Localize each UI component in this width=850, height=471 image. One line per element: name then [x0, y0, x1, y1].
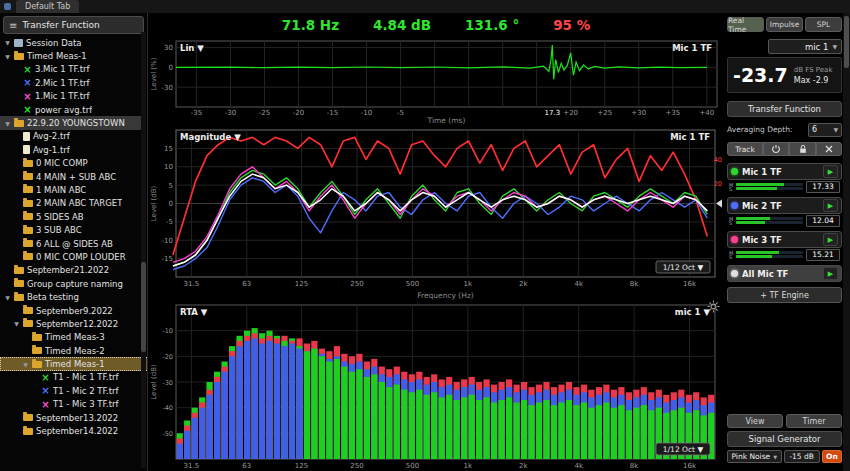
chevron-down-icon: ▼: [833, 126, 838, 133]
tree-item[interactable]: ▼ Beta testing: [0, 290, 143, 303]
averaging-depth-select[interactable]: 6 ▼: [808, 123, 842, 137]
expand-arrow-icon[interactable]: ▼: [4, 39, 11, 46]
sidebar-scroll-thumb[interactable]: [141, 262, 146, 352]
tf-engine-row[interactable]: Mic 2 TF ▶: [727, 197, 842, 214]
item-icon: [23, 227, 33, 234]
readout-phase: 131.6 °: [465, 17, 519, 33]
tree-item[interactable]: Timed Meas-2: [0, 344, 147, 357]
tree-item[interactable]: 3 SUB ABC: [0, 223, 147, 236]
tree-item[interactable]: Avg-1.trf: [0, 143, 147, 156]
item-label: power avg.trf: [35, 105, 92, 115]
tf-engine-row[interactable]: Mic 1 TF ▶: [727, 163, 842, 180]
tree-item[interactable]: ▼ Session Data: [0, 36, 143, 49]
add-tf-engine-button[interactable]: + TF Engine: [727, 287, 842, 303]
tools-button[interactable]: [816, 142, 842, 156]
tree-item[interactable]: × T1 - Mic 2 TF.trf: [0, 384, 147, 397]
expand-arrow-icon[interactable]: ▼: [4, 120, 11, 127]
view-button[interactable]: View: [727, 414, 783, 428]
tf-engine-row[interactable]: All Mic TF ▶: [727, 265, 842, 282]
tree-item[interactable]: Timed Meas-3: [0, 331, 147, 344]
item-icon: [32, 347, 42, 354]
live-ir-plot[interactable]: 300-30-35-30-25-20-15-10-517.3+20+25+30+…: [149, 38, 723, 124]
tree-item[interactable]: September21.2022: [0, 264, 143, 277]
tree-item[interactable]: ▼ September12.2022: [0, 317, 147, 330]
plot-settings-gear-icon[interactable]: [707, 300, 720, 313]
tree-item[interactable]: ▼ Timed Meas-1: [0, 357, 147, 370]
signal-type-select[interactable]: Pink Noise ▼: [727, 450, 782, 463]
item-label: Timed Meas-3: [45, 332, 105, 342]
svg-text:-10: -10: [162, 327, 173, 335]
svg-text:RTA ▼: RTA ▼: [180, 307, 208, 317]
expand-arrow-icon[interactable]: ▼: [4, 294, 11, 301]
tree-item[interactable]: × power avg.trf: [0, 103, 147, 116]
crossed-tools-icon: [824, 144, 834, 154]
tree-item[interactable]: ▼ 22.9.20 YOUNGSTOWN: [0, 116, 143, 129]
hamburger-icon[interactable]: ≡: [9, 20, 17, 31]
tree-item[interactable]: × T1 - Mic 3 TF.trf: [0, 398, 147, 411]
tree-item[interactable]: 0 MIC COMP: [0, 157, 147, 170]
tree-item[interactable]: September14.2022: [0, 424, 147, 437]
peak-level-value: -23.7: [733, 64, 788, 86]
tree-item[interactable]: Avg-2.trf: [0, 130, 147, 143]
tf-engine-row[interactable]: Mic 3 TF ▶: [727, 231, 842, 248]
mode-button-row: Real Time Impulse SPL: [727, 17, 842, 32]
tree-item[interactable]: ▼ Timed Meas-1: [0, 49, 143, 62]
item-label: Session Data: [26, 38, 81, 48]
tree-item[interactable]: 0 MIC COMP LOUDER: [0, 250, 147, 263]
svg-text:31.5: 31.5: [184, 280, 200, 288]
engine-run-button[interactable]: ▶: [823, 165, 838, 178]
engine-run-button[interactable]: ▶: [823, 267, 838, 280]
rta-plot[interactable]: -10-20-30-40-5031.5631252505001k2k4k8k16…: [149, 302, 723, 470]
expand-arrow-icon[interactable]: ▼: [22, 361, 29, 368]
magnitude-plot[interactable]: 151050-5-10-1531.5631252505001k2k4k8k16k…: [149, 127, 723, 301]
readout-level: 4.84 dB: [373, 17, 431, 33]
tree-item[interactable]: Group capture naming: [0, 277, 143, 290]
tree-item[interactable]: September13.2022: [0, 411, 147, 424]
window-scrollbar[interactable]: [843, 13, 850, 471]
svg-text:+35: +35: [665, 109, 680, 117]
engine-run-button[interactable]: ▶: [823, 233, 838, 246]
sidebar-header[interactable]: ≡ Transfer Function: [3, 16, 144, 34]
expand-arrow-icon[interactable]: ▼: [4, 53, 11, 60]
svg-text:Lin ▼: Lin ▼: [180, 43, 204, 53]
svg-text:-20: -20: [162, 353, 173, 361]
tree-item[interactable]: × 3.Mic 1 TF.trf: [0, 63, 147, 76]
tree-item[interactable]: 5 SIDES AB: [0, 210, 147, 223]
signal-generator-header[interactable]: Signal Generator: [727, 431, 842, 447]
tree-item[interactable]: × 2.Mic 1 TF.trf: [0, 76, 147, 89]
tree-item[interactable]: 2 MAIN ABC TARGET: [0, 197, 147, 210]
sidebar-scrollbar[interactable]: [141, 32, 146, 468]
svg-text:-20: -20: [293, 109, 304, 117]
mode-real-time-button[interactable]: Real Time: [727, 17, 764, 32]
item-label: T1 - Mic 3 TF.trf: [53, 399, 119, 409]
tab-default[interactable]: Default Tab: [16, 0, 79, 13]
item-icon: [32, 334, 42, 341]
item-icon: [23, 145, 30, 154]
meter-channel-labels: MS: [729, 217, 733, 225]
power-button[interactable]: [763, 142, 789, 156]
svg-text:-5: -5: [166, 218, 173, 226]
timer-button[interactable]: Timer: [786, 414, 842, 428]
item-icon: [23, 320, 33, 327]
signal-level-field[interactable]: -15 dB: [784, 450, 820, 463]
transfer-function-section-header[interactable]: Transfer Function: [727, 101, 842, 117]
tree-item[interactable]: × 1.Mic 1 TF.trf: [0, 90, 147, 103]
item-label: 3 SUB ABC: [36, 225, 82, 235]
input-source-select[interactable]: mic 1 ▼: [768, 39, 842, 54]
mode-impulse-button[interactable]: Impulse: [766, 17, 803, 32]
tree-item[interactable]: 1 MAIN ABC: [0, 183, 147, 196]
mode-spl-button[interactable]: SPL: [805, 17, 842, 32]
tree-item[interactable]: × T1 - Mic 1 TF.trf: [0, 371, 147, 384]
track-button[interactable]: Track: [727, 142, 763, 156]
lock-button[interactable]: [789, 142, 815, 156]
svg-text:500: 500: [406, 462, 419, 470]
svg-text:8k: 8k: [630, 280, 639, 288]
tree-item[interactable]: 4 MAIN + SUB ABC: [0, 170, 147, 183]
tree-item[interactable]: September9.2022: [0, 304, 147, 317]
expand-arrow-icon[interactable]: ▼: [13, 320, 20, 327]
svg-text:+25: +25: [597, 109, 612, 117]
engine-run-button[interactable]: ▶: [823, 199, 838, 212]
tree-item[interactable]: 6 ALL @ SIDES AB: [0, 237, 147, 250]
signal-on-button[interactable]: On: [822, 450, 842, 463]
window-scroll-thumb[interactable]: [844, 16, 849, 68]
